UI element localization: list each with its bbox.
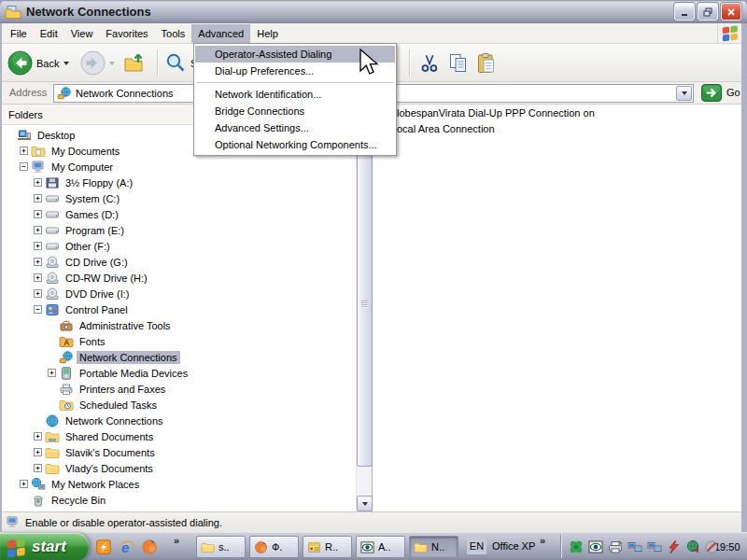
network-tray-icon[interactable] — [627, 539, 642, 554]
tree-item[interactable]: Network Connections — [2, 413, 355, 428]
start-button[interactable]: start — [0, 533, 89, 560]
menu-item[interactable]: Network Identification... — [195, 86, 395, 103]
tree-item[interactable]: Other (F:) — [2, 238, 355, 254]
svg-text:A: A — [63, 338, 69, 347]
minimize-button[interactable] — [674, 3, 695, 21]
task-button-label: s.. — [218, 541, 230, 553]
menubar-item-favorites[interactable]: Favorites — [99, 24, 154, 43]
tree-item[interactable]: CD-RW Drive (H:) — [2, 270, 355, 286]
taskbar-task-button[interactable]: Ф. — [249, 536, 299, 558]
taskbar-task-button[interactable]: s.. — [196, 536, 246, 558]
arrow-down-icon — [362, 502, 368, 506]
expand-plus-icon[interactable] — [34, 289, 42, 298]
expand-plus-icon[interactable] — [34, 273, 42, 282]
network-connections-icon — [57, 86, 72, 101]
network-places-icon — [31, 477, 46, 492]
ie-icon[interactable]: e — [119, 539, 135, 555]
keyboard-layout-label[interactable]: Office XP — [492, 540, 535, 552]
expand-plus-icon[interactable] — [20, 147, 28, 155]
tree-scrollbar[interactable] — [356, 125, 372, 511]
menu-item[interactable]: Bridge Connections — [195, 103, 395, 119]
globe-arrow-tray-icon[interactable] — [686, 539, 701, 554]
expand-plus-icon[interactable] — [20, 480, 28, 488]
tree-item[interactable]: Games (D:) — [2, 206, 355, 222]
scroll-down-button[interactable] — [357, 496, 373, 511]
tree-item[interactable]: Shared Documents — [2, 428, 355, 444]
menubar-item-help[interactable]: Help — [250, 24, 285, 43]
menubar-item-advanced[interactable]: Advanced — [191, 24, 250, 43]
network-tray-icon[interactable] — [647, 539, 662, 554]
tree-item[interactable]: Recycle Bin — [2, 492, 355, 508]
expand-plus-icon[interactable] — [34, 448, 42, 456]
menu-item[interactable]: Optional Networking Components... — [195, 136, 395, 153]
tree-item[interactable]: Administrative Tools — [2, 317, 355, 333]
tree-item[interactable]: My Network Places — [2, 476, 355, 492]
up-button[interactable] — [123, 44, 147, 82]
menubar-item-edit[interactable]: Edit — [34, 24, 64, 43]
folders-pane: Folders DesktopMy DocumentsMy Computer3½… — [2, 105, 373, 511]
taskbar-task-button[interactable]: N.. — [409, 536, 458, 558]
language-indicator[interactable]: EN — [467, 538, 486, 554]
my-documents-icon — [31, 144, 46, 159]
tree-item[interactable]: CD Drive (G:) — [2, 254, 355, 270]
paste-button[interactable] — [475, 44, 498, 82]
restore-button[interactable] — [698, 3, 718, 21]
menubar-item-tools[interactable]: Tools — [155, 24, 192, 43]
tree-item[interactable]: Control Panel — [2, 301, 355, 317]
toolbar-overflow-chevron[interactable]: » — [540, 535, 544, 546]
back-icon — [7, 50, 33, 76]
tree-item[interactable]: DVD Drive (I:) — [2, 286, 355, 301]
scrollbar-thumb[interactable] — [357, 141, 373, 467]
back-dropdown-caret-icon[interactable] — [63, 62, 69, 65]
network-connections-icon — [59, 350, 74, 365]
connection-item[interactable]: ocal Area Connection — [397, 123, 495, 134]
menubar-item-view[interactable]: View — [64, 24, 100, 43]
close-button[interactable] — [721, 3, 741, 21]
taskbar-task-button[interactable]: R.. — [303, 536, 352, 558]
tree-item[interactable]: Program (E:) — [2, 222, 355, 238]
up-folder-icon — [123, 51, 147, 75]
expand-plus-icon[interactable] — [34, 178, 42, 187]
lightning-tray-icon[interactable] — [667, 539, 682, 554]
expand-plus-icon[interactable] — [34, 258, 42, 266]
collapse-minus-icon[interactable] — [20, 162, 28, 171]
tree-item[interactable]: My Computer — [2, 159, 355, 175]
clover-tray-icon[interactable] — [569, 539, 584, 554]
expand-plus-icon[interactable] — [34, 432, 42, 441]
tree-item[interactable]: 3½ Floppy (A:) — [2, 175, 355, 190]
task-button-label: Ф. — [272, 541, 282, 553]
cut-button[interactable] — [419, 44, 440, 82]
copy-button[interactable] — [447, 44, 470, 82]
tree-item[interactable]: Portable Media Devices — [2, 365, 355, 381]
launch-orange-icon[interactable] — [95, 539, 112, 555]
mute-tray-icon[interactable] — [704, 539, 719, 554]
expand-plus-icon[interactable] — [48, 369, 56, 377]
tree-item[interactable]: Vlady's Documents — [2, 460, 355, 476]
quick-launch-overflow-chevron[interactable]: » — [174, 535, 178, 546]
tree-item[interactable]: Slavik's Documents — [2, 444, 355, 460]
expand-plus-icon[interactable] — [34, 464, 42, 472]
tree-item[interactable]: System (C:) — [2, 190, 355, 206]
tree-item[interactable]: Network Connections — [2, 349, 355, 365]
menu-item[interactable]: Advanced Settings... — [195, 119, 395, 136]
menubar-item-file[interactable]: File — [4, 24, 34, 43]
expand-plus-icon[interactable] — [34, 210, 42, 218]
taskbar-task-button[interactable]: A.. — [356, 536, 405, 558]
expand-plus-icon[interactable] — [34, 242, 42, 250]
expand-plus-icon[interactable] — [34, 194, 42, 203]
tree-item[interactable]: Printers and Faxes — [2, 381, 355, 397]
address-dropdown-button[interactable] — [676, 86, 692, 101]
go-button[interactable] — [701, 84, 722, 102]
tree-item[interactable]: Scheduled Tasks — [2, 397, 355, 413]
back-button[interactable]: Back — [7, 44, 69, 82]
eye-tray-icon[interactable] — [588, 539, 603, 554]
printer-tray-icon[interactable] — [608, 539, 623, 554]
forward-button[interactable] — [80, 44, 115, 82]
tree-item[interactable]: AFonts — [2, 333, 355, 349]
connection-item[interactable]: lobespanVirata Dial-Up PPP Connection on — [397, 107, 595, 119]
title-bar[interactable]: Network Connections — [0, 0, 747, 23]
collapse-minus-icon[interactable] — [34, 305, 42, 314]
firefox-icon[interactable] — [141, 539, 158, 555]
expand-plus-icon[interactable] — [34, 226, 42, 234]
window-title: Network Connections — [26, 5, 151, 19]
